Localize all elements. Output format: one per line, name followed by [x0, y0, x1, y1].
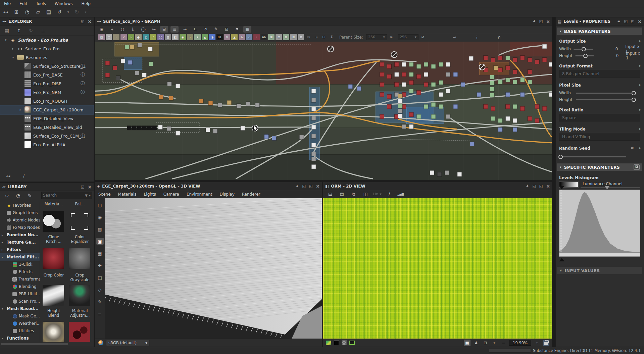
graph-node[interactable] — [416, 114, 421, 119]
search-input[interactable] — [43, 193, 84, 198]
random-seed-slider[interactable] — [559, 156, 626, 157]
tree-item[interactable]: ▾Resources — [0, 53, 94, 62]
info-icon[interactable]: ⓘ — [81, 89, 85, 95]
float-icon[interactable]: ◱ — [624, 19, 627, 23]
tree-item[interactable]: Eco_Pro_DISPⓘ — [0, 79, 94, 88]
graph-node[interactable] — [142, 126, 147, 130]
graph-node[interactable] — [241, 126, 245, 131]
view3d-menu-environment[interactable]: Environment — [187, 192, 212, 197]
open-recent-icon[interactable]: ◔ — [23, 8, 32, 16]
add-node-icon[interactable]: ◑ — [209, 34, 215, 40]
add-node-icon[interactable]: ◰ — [143, 34, 149, 40]
graph-node[interactable] — [446, 89, 450, 93]
graph-node[interactable] — [380, 92, 384, 97]
pixel-width-slider[interactable] — [576, 93, 636, 94]
graph-node[interactable] — [176, 84, 180, 88]
close-icon[interactable]: × — [546, 19, 550, 24]
pin-icon[interactable]: ➤ — [532, 19, 537, 24]
graph-node[interactable] — [387, 94, 391, 99]
graph-node[interactable] — [490, 87, 495, 91]
height-value[interactable]: 0 — [616, 53, 619, 58]
graph-node[interactable] — [505, 92, 510, 97]
graph-tool-icon[interactable]: ↻ — [202, 26, 210, 33]
graph-node[interactable] — [299, 135, 304, 140]
graph-node[interactable] — [484, 104, 488, 109]
menu-file[interactable]: File — [4, 1, 11, 6]
add-node-icon[interactable]: ⊞ — [298, 34, 304, 40]
add-node-icon[interactable]: ▤ — [106, 34, 112, 40]
graph-node[interactable] — [445, 170, 449, 175]
maximize-icon[interactable]: ◰ — [631, 19, 634, 23]
graph-node[interactable] — [528, 70, 532, 74]
graph-tool-icon[interactable]: ◎ — [118, 26, 127, 33]
graph-node[interactable] — [113, 66, 117, 70]
tree-item[interactable]: ▸⊶Surface_Eco_Pro — [0, 44, 94, 53]
graph-node[interactable] — [127, 126, 132, 130]
graph-node[interactable] — [380, 82, 384, 87]
library-item-thumbnail[interactable] — [43, 322, 64, 342]
graph-node[interactable] — [549, 92, 552, 97]
expander-icon[interactable]: ▾ — [2, 256, 5, 259]
graph-node[interactable] — [424, 72, 428, 77]
library-item-label[interactable]: ClonePat... — [67, 202, 92, 207]
view3d-side-icon[interactable]: ▢ — [96, 202, 104, 208]
expander-icon[interactable]: ▾ — [4, 38, 8, 42]
library-category-filters[interactable]: ▸Filters — [0, 246, 40, 253]
expander-icon[interactable]: ▸ — [2, 241, 5, 244]
graph-node[interactable] — [348, 84, 353, 89]
graph-node[interactable] — [311, 134, 316, 139]
graph-node[interactable] — [446, 72, 450, 77]
graph-node[interactable] — [409, 72, 413, 77]
graph-node[interactable] — [398, 99, 402, 103]
graph-node[interactable] — [387, 74, 391, 79]
graph-node[interactable] — [142, 73, 147, 78]
add-node-icon[interactable]: ⊞ — [283, 34, 289, 40]
view3d-menu-camera[interactable]: Camera — [163, 192, 179, 197]
add-node-icon[interactable]: ▫ — [246, 34, 252, 40]
add-node-icon[interactable]: Ab — [261, 34, 267, 40]
zoom-level[interactable]: 19.90% — [509, 340, 531, 346]
export-icon[interactable]: ↥ — [14, 27, 23, 35]
graph-node[interactable] — [137, 126, 142, 130]
graph-node[interactable] — [167, 127, 171, 131]
graph-node[interactable] — [213, 129, 217, 134]
graph-node[interactable] — [535, 60, 539, 64]
tree-item[interactable]: EGE_Detailed_View_old — [0, 123, 94, 132]
histogram-output-strip[interactable] — [559, 253, 640, 257]
library-item-thumbnail[interactable] — [69, 322, 90, 342]
channels-icon[interactable] — [326, 341, 331, 345]
graph-node[interactable] — [520, 92, 525, 97]
graph-node[interactable] — [148, 47, 153, 51]
graph-node[interactable] — [206, 128, 210, 132]
chevron-right-icon[interactable]: ▸ — [639, 83, 641, 87]
graph-node[interactable] — [387, 64, 391, 69]
width-slider[interactable] — [574, 49, 593, 50]
graph-node[interactable] — [439, 92, 443, 97]
link-size-icon[interactable]: ∞ — [388, 34, 395, 40]
histogram-plot[interactable] — [559, 190, 640, 253]
levels-mid-marker[interactable] — [604, 186, 610, 189]
library-category-functions[interactable]: ▾Functions — [0, 335, 40, 342]
graph-node[interactable] — [311, 152, 316, 156]
graph-canvas[interactable] — [95, 42, 552, 180]
close-icon[interactable]: × — [316, 184, 320, 189]
add-node-icon[interactable]: ⊞ — [268, 34, 275, 40]
library-item-thumbnail[interactable] — [69, 211, 90, 232]
save-icon[interactable]: ▤ — [338, 191, 346, 198]
graph-node[interactable] — [237, 104, 241, 108]
library-category-fxmap-nodes[interactable]: FxMap Nodes — [0, 224, 40, 231]
close-icon[interactable]: × — [638, 19, 642, 24]
graph-node[interactable] — [513, 80, 517, 84]
graph-tool-icon[interactable]: ⊡ — [222, 26, 231, 33]
graph-node[interactable] — [246, 102, 250, 106]
graph-node[interactable] — [439, 80, 443, 85]
graph-node[interactable] — [470, 142, 475, 146]
monitor-icon[interactable] — [349, 341, 355, 345]
info-icon[interactable]: ⓘ — [81, 63, 85, 69]
graph-node[interactable] — [513, 128, 517, 132]
graph-node[interactable] — [505, 104, 510, 109]
graph-tool-icon[interactable]: ↧ — [328, 34, 335, 40]
graph-node[interactable] — [409, 80, 413, 85]
graph-node[interactable] — [520, 106, 525, 111]
pin-icon[interactable]: ➤ — [525, 184, 530, 189]
